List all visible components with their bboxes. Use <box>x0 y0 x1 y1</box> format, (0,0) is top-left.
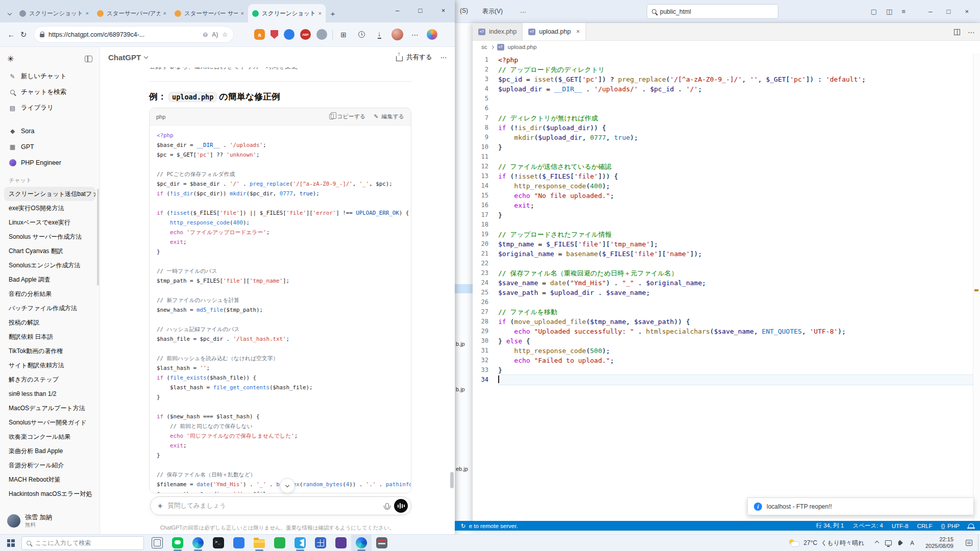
taskbar-clock[interactable]: 22:15 2025/08/09 <box>919 536 960 550</box>
tab-close-icon[interactable]: × <box>86 10 89 16</box>
url-text[interactable]: https://chatgpt.com/c/689739c4-... <box>48 31 199 38</box>
chat-history-item[interactable]: 音程の分析結果 <box>4 287 95 301</box>
terminal-taskbar-button[interactable] <box>208 535 229 551</box>
library-button[interactable]: ▤ ライブラリ <box>4 100 95 116</box>
tab-close-icon[interactable]: × <box>163 10 166 16</box>
code-line[interactable]: 16 exit; <box>473 201 973 210</box>
code-line[interactable]: 17} <box>473 210 973 220</box>
show-desktop-button[interactable] <box>978 535 980 551</box>
encoding-item[interactable]: UTF-8 <box>892 523 909 529</box>
copy-code-button[interactable]: コピーする <box>329 113 365 120</box>
code-line[interactable]: 14 http_response_code(400); <box>473 181 973 191</box>
notification-toast[interactable]: i localhost - FTP reopen!! <box>747 497 974 515</box>
list-view-icon[interactable]: ≡ <box>901 8 905 15</box>
mic-icon[interactable] <box>385 503 389 509</box>
code-line[interactable]: 29 echo "Uploaded successfully: " . html… <box>473 327 973 336</box>
remote-status-item[interactable]: ↻ e to remote server. <box>461 522 518 530</box>
code-line[interactable]: 5 <box>473 94 973 104</box>
edge2-taskbar-button[interactable] <box>351 535 372 551</box>
chat-history-item[interactable]: Bad Apple 調査 <box>4 272 95 287</box>
chat-history-item[interactable]: TikTok動画の著作権 <box>4 344 95 358</box>
code-line[interactable]: 9 mkdir($upload_dir, 0777, true); <box>473 133 973 142</box>
adguard-shield-icon[interactable] <box>271 30 278 39</box>
chat-history-item[interactable]: サイト翻訳依頼方法 <box>4 358 95 372</box>
code-line[interactable]: 18 <box>473 220 973 230</box>
sidebar-scrollbar[interactable] <box>97 189 99 286</box>
chat-history-item[interactable]: 吹奏楽コンクール結果 <box>4 430 95 444</box>
code-line[interactable]: 34 <box>473 375 973 385</box>
read-aloud-icon[interactable]: A) <box>212 31 218 38</box>
browser-tab[interactable]: スターサーバー/アカウント× <box>93 4 170 22</box>
edit-code-button[interactable]: ✎ 編集する <box>374 113 404 120</box>
ime-indicator[interactable]: A <box>910 540 914 546</box>
code-line[interactable]: 6 <box>473 104 973 113</box>
chat-history-item[interactable]: MACH Reboot対策 <box>4 472 95 487</box>
history-icon[interactable] <box>356 31 367 38</box>
downloads-icon[interactable]: ↓ <box>374 30 385 39</box>
tab-actions-menu-icon[interactable] <box>4 4 15 22</box>
browser-tab[interactable]: スターサーバー サーバー...× <box>170 4 248 22</box>
cursor-position-item[interactable]: 行 34, 列 1 <box>816 522 844 530</box>
code-line[interactable]: 1<?php <box>473 55 973 65</box>
notification-center-button[interactable] <box>960 535 978 551</box>
prompt-input[interactable]: + 質問してみましょう <box>150 496 411 515</box>
browser-tab[interactable]: スクリーンショット送信...× <box>248 4 326 22</box>
eol-item[interactable]: CRLF <box>917 523 933 529</box>
vscode-taskbar-button[interactable] <box>290 535 310 551</box>
explorer-taskbar-button[interactable] <box>249 535 270 551</box>
code-line[interactable]: 13if (!isset($_FILES['file'])) { <box>473 171 973 181</box>
editor-tab[interactable]: upload.php× <box>523 23 586 40</box>
chat-history-item[interactable]: sinθ less than 1/2 <box>4 387 95 401</box>
menu-more[interactable]: … <box>520 7 526 14</box>
line-taskbar-button[interactable] <box>167 535 188 551</box>
favorite-star-icon[interactable]: ☆ <box>222 31 228 38</box>
model-switcher[interactable]: ChatGPT <box>108 53 148 62</box>
start-button[interactable] <box>0 535 21 551</box>
attach-plus-icon[interactable]: + <box>158 502 162 511</box>
browser-menu-icon[interactable]: ⋯ <box>409 31 421 39</box>
volume-icon[interactable] <box>898 541 900 545</box>
chat-history-item[interactable]: 翻訳依頼 日本語 <box>4 330 95 344</box>
extension-gray-icon[interactable] <box>316 29 327 40</box>
code-line[interactable]: 2// アップロード先のディレクトリ <box>473 65 973 74</box>
split-view-icon[interactable]: ◫ <box>886 8 892 15</box>
server-taskbar-button[interactable] <box>372 535 392 551</box>
indentation-item[interactable]: スペース: 4 <box>852 522 883 530</box>
chatgpt-logo-icon[interactable]: ✳ <box>7 54 14 64</box>
search-chats-button[interactable]: チャットを検索 <box>4 84 95 100</box>
taskbar-search-box[interactable]: ここに入力して検索 <box>21 536 144 550</box>
share-button[interactable]: 共有する <box>396 53 432 62</box>
app-grid-taskbar-button[interactable] <box>310 535 331 551</box>
code-line[interactable]: 25$save_path = $upload_dir . $save_name; <box>473 288 973 297</box>
code-line[interactable]: 19// アップロードされたファイル情報 <box>473 230 973 239</box>
sidebar-item-sora[interactable]: ◆ Sora <box>4 123 95 139</box>
address-bar[interactable]: https://chatgpt.com/c/689739c4-... ⊖ A) … <box>34 26 234 43</box>
refresh-button[interactable]: ↻ <box>17 29 30 41</box>
code-line[interactable]: 31 http_response_code(500); <box>473 346 973 356</box>
voice-mode-button[interactable] <box>394 499 408 513</box>
tab-close-icon[interactable]: × <box>576 28 580 35</box>
chat-history-item[interactable]: Sonolusエンジン作成方法 <box>4 258 95 272</box>
sidebar-item-php-engineer[interactable]: PHP Engineer <box>4 155 95 170</box>
code-line[interactable]: 26 <box>473 297 973 307</box>
code-line[interactable]: 12// ファイルが送信されているか確認 <box>473 162 973 171</box>
chat-history-item[interactable]: 音源分析ツール紹介 <box>4 458 95 472</box>
code-line[interactable]: 7// ディレクトリが無ければ作成 <box>473 113 973 123</box>
chat-history-item[interactable]: Chart Cyanvas 翻訳 <box>4 244 95 258</box>
app-blue-taskbar-button[interactable] <box>229 535 249 551</box>
chat-history-item[interactable]: バッチファイル作成方法 <box>4 301 95 315</box>
extension-blue-icon[interactable] <box>284 29 295 40</box>
code-line[interactable]: 33} <box>473 365 973 375</box>
code-line[interactable]: 20$tmp_name = $_FILES['file']['tmp_name'… <box>473 239 973 249</box>
tab-close-icon[interactable]: × <box>318 10 322 16</box>
abp-icon[interactable]: ABP <box>300 29 311 40</box>
new-tab-button[interactable]: + <box>326 6 340 20</box>
chat-history-item[interactable]: MacOSデュアルブート方法 <box>4 401 95 415</box>
task-view-taskbar-button[interactable] <box>147 535 167 551</box>
sidebar-item-gpts[interactable]: ▦ GPT <box>4 139 95 155</box>
zoom-icon[interactable]: ⊖ <box>203 31 208 38</box>
chat-history-item[interactable]: exe実行OS開発方法 <box>4 201 95 215</box>
chat-history-item[interactable]: 楽曲分析 Bad Apple <box>4 444 95 458</box>
code-line[interactable]: 8if (!is_dir($upload_dir)) { <box>473 123 973 133</box>
code-content[interactable]: <?php$base_dir = __DIR__ . '/uploads';$p… <box>150 126 411 493</box>
